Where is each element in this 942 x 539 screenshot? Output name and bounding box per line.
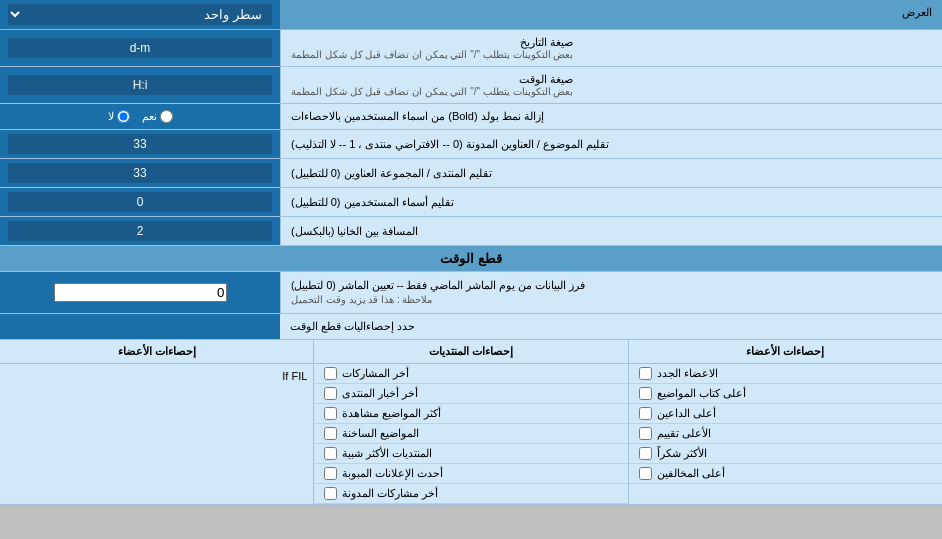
stats-define-label: حدد إحصاءاليات قطع الوقت bbox=[280, 314, 942, 339]
username-trim-label: تقليم أسماء المستخدمين (0 للتطبيل) bbox=[280, 188, 942, 216]
forum-trim-label: تقليم المنتدى / المجموعة العناوين (0 للت… bbox=[280, 159, 942, 187]
bold-yes-radio[interactable] bbox=[160, 110, 173, 123]
stats-col2-check-6[interactable] bbox=[324, 487, 337, 500]
time-format-input[interactable] bbox=[8, 75, 272, 95]
stats-col1-check-2[interactable] bbox=[639, 407, 652, 420]
username-trim-input-container bbox=[0, 188, 280, 216]
list-item: أخر أخبار المنتدى bbox=[314, 384, 627, 404]
stats-header-row: إحصاءات الأعضاء إحصاءات المنتديات إحصاءا… bbox=[0, 340, 942, 364]
topics-order-input-container bbox=[0, 130, 280, 158]
stats-col2-header: إحصاءات المنتديات bbox=[313, 340, 627, 363]
stats-col2-check-5[interactable] bbox=[324, 467, 337, 480]
display-header-row: العرض سطر واحد سطرين ثلاثة أسطر bbox=[0, 0, 942, 30]
list-item: المنتديات الأكثر شبية bbox=[314, 444, 627, 464]
list-item: أخر المشاركات bbox=[314, 364, 627, 384]
bold-remove-label: إزالة نمط بولد (Bold) من اسماء المستخدمي… bbox=[280, 104, 942, 129]
time-cut-label: فرز البيانات من يوم الماشر الماضي فقط --… bbox=[280, 272, 942, 313]
display-dropdown[interactable]: سطر واحد سطرين ثلاثة أسطر bbox=[8, 4, 272, 25]
topics-order-label: تقليم الموضوع / العناوين المدونة (0 -- ا… bbox=[280, 130, 942, 158]
stats-col1-check-1[interactable] bbox=[639, 387, 652, 400]
stats-col1: الاعضاء الجدد أعلى كتاب المواضيع أعلى ال… bbox=[628, 364, 942, 504]
bold-remove-options: نعم لا bbox=[0, 104, 280, 129]
list-item: أعلى الداعين bbox=[629, 404, 942, 424]
username-trim-input[interactable] bbox=[8, 192, 272, 212]
time-cut-row: فرز البيانات من يوم الماشر الماضي فقط --… bbox=[0, 272, 942, 314]
column-gap-row: المسافة بين الخانيا (بالبكسل) bbox=[0, 217, 942, 246]
bold-no-label[interactable]: لا bbox=[108, 110, 130, 123]
date-format-input-container bbox=[0, 30, 280, 66]
stats-define-row: حدد إحصاءاليات قطع الوقت bbox=[0, 314, 942, 340]
stats-col3-header: إحصاءات الأعضاء bbox=[0, 340, 313, 363]
list-item: أخر مشاركات المدونة bbox=[314, 484, 627, 504]
stats-section: إحصاءات الأعضاء إحصاءات المنتديات إحصاءا… bbox=[0, 340, 942, 505]
list-item: المواضيع الساخنة bbox=[314, 424, 627, 444]
display-label: العرض bbox=[280, 0, 942, 29]
forum-trim-row: تقليم المنتدى / المجموعة العناوين (0 للت… bbox=[0, 159, 942, 188]
time-cut-input-container bbox=[0, 272, 280, 313]
date-format-input[interactable] bbox=[8, 38, 272, 58]
list-item: الأكثر شكراً bbox=[629, 444, 942, 464]
column-gap-input-container bbox=[0, 217, 280, 245]
time-cut-input[interactable] bbox=[54, 283, 227, 302]
list-item: أعلى كتاب المواضيع bbox=[629, 384, 942, 404]
list-item: الأعلى تقييم bbox=[629, 424, 942, 444]
topics-order-row: تقليم الموضوع / العناوين المدونة (0 -- ا… bbox=[0, 130, 942, 159]
display-select-container: سطر واحد سطرين ثلاثة أسطر bbox=[0, 0, 280, 29]
username-trim-row: تقليم أسماء المستخدمين (0 للتطبيل) bbox=[0, 188, 942, 217]
stats-col1-header: إحصاءات الأعضاء bbox=[628, 340, 942, 363]
forum-trim-input-container bbox=[0, 159, 280, 187]
stats-col3: If FIL bbox=[0, 364, 313, 504]
list-item: أحدث الإعلانات المبوبة bbox=[314, 464, 627, 484]
stats-define-spacer bbox=[0, 314, 280, 339]
stats-col2: أخر المشاركات أخر أخبار المنتدى أكثر الم… bbox=[313, 364, 627, 504]
stats-col2-check-3[interactable] bbox=[324, 427, 337, 440]
stats-col1-check-4[interactable] bbox=[639, 447, 652, 460]
column-gap-input[interactable] bbox=[8, 221, 272, 241]
stats-col3-content: If FIL bbox=[0, 364, 313, 388]
topics-order-input[interactable] bbox=[8, 134, 272, 154]
stats-col2-check-1[interactable] bbox=[324, 387, 337, 400]
stats-col1-check-5[interactable] bbox=[639, 467, 652, 480]
stats-col2-check-0[interactable] bbox=[324, 367, 337, 380]
stats-col2-check-4[interactable] bbox=[324, 447, 337, 460]
stats-body: الاعضاء الجدد أعلى كتاب المواضيع أعلى ال… bbox=[0, 364, 942, 504]
stats-col2-check-2[interactable] bbox=[324, 407, 337, 420]
time-cut-header: قطع الوقت bbox=[0, 246, 942, 272]
time-format-row: صيغة الوقت بعض التكوينات يتطلب "/" التي … bbox=[0, 67, 942, 104]
date-format-label: صيغة التاريخ بعض التكوينات يتطلب "/" الت… bbox=[280, 30, 942, 66]
time-format-label: صيغة الوقت بعض التكوينات يتطلب "/" التي … bbox=[280, 67, 942, 103]
time-format-input-container bbox=[0, 67, 280, 103]
bold-yes-label[interactable]: نعم bbox=[142, 110, 173, 123]
stats-col1-check-3[interactable] bbox=[639, 427, 652, 440]
list-item: الاعضاء الجدد bbox=[629, 364, 942, 384]
column-gap-label: المسافة بين الخانيا (بالبكسل) bbox=[280, 217, 942, 245]
bold-no-radio[interactable] bbox=[117, 110, 130, 123]
stats-col1-check-0[interactable] bbox=[639, 367, 652, 380]
date-format-row: صيغة التاريخ بعض التكوينات يتطلب "/" الت… bbox=[0, 30, 942, 67]
list-item: أعلى المخالفين bbox=[629, 464, 942, 484]
forum-trim-input[interactable] bbox=[8, 163, 272, 183]
list-item: أكثر المواضيع مشاهدة bbox=[314, 404, 627, 424]
bold-remove-row: إزالة نمط بولد (Bold) من اسماء المستخدمي… bbox=[0, 104, 942, 130]
